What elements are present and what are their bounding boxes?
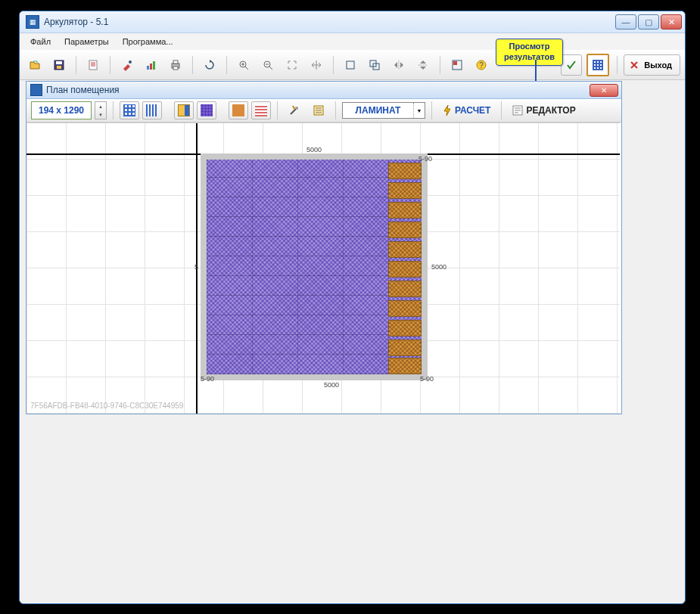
main-window: ▦ Аркулятор - 5.1 — ▢ ✕ Файл Параметры П… (19, 11, 686, 604)
pattern-orange[interactable] (229, 101, 248, 119)
help-icon[interactable]: ? (471, 54, 492, 76)
minimize-button[interactable]: — (615, 14, 636, 29)
rotate-icon[interactable] (199, 54, 220, 76)
material-select[interactable]: ЛАМИНАТ ▼ (342, 102, 425, 119)
dim-tr: 5-90 (418, 155, 432, 163)
view-results-button[interactable] (586, 54, 609, 76)
offcut (388, 202, 422, 219)
menu-bar: Файл Параметры Программа... (20, 33, 685, 50)
svg-rect-9 (173, 60, 178, 64)
offcut (388, 300, 422, 317)
watermark: 7F56AFDB-FB48-4010-9746-C8C30E744959 (30, 402, 183, 410)
offcut (388, 261, 422, 278)
menu-parameters[interactable]: Параметры (58, 36, 115, 48)
plan-viewport[interactable]: 5000 5000 5000 5 5-90 5-90 5-90 7F56AFDB… (26, 122, 620, 414)
lightning-icon (443, 104, 452, 116)
svg-rect-5 (147, 66, 149, 70)
dim-br: 5-90 (420, 375, 434, 383)
calculate-button[interactable]: РАСЧЕТ (438, 102, 495, 119)
save-icon[interactable] (48, 54, 70, 76)
plan-toolbar: 194 x 1290 ▲▼ ЛАМИНАТ ▼ (26, 99, 621, 122)
dropdown-icon: ▼ (413, 103, 425, 118)
offcut (388, 358, 422, 374)
svg-rect-17 (453, 61, 457, 65)
fit-icon[interactable] (282, 54, 303, 76)
room-outline[interactable] (201, 154, 428, 380)
menu-program[interactable]: Программа... (117, 36, 179, 48)
svg-point-4 (129, 60, 132, 64)
dim-bottom: 5000 (324, 381, 339, 389)
zoom-in-icon[interactable] (233, 54, 254, 76)
offcut (388, 340, 422, 356)
app-icon: ▦ (26, 15, 39, 29)
editor-button[interactable]: РЕДАКТОР (508, 102, 580, 119)
document-icon[interactable] (82, 54, 104, 76)
window-title: Аркулятор - 5.1 (44, 17, 615, 27)
svg-rect-13 (347, 61, 354, 69)
dim-top: 5000 (306, 146, 322, 154)
calculate-label: РАСЧЕТ (455, 105, 490, 116)
material-label: ЛАМИНАТ (343, 105, 413, 116)
tool-icon[interactable] (117, 54, 138, 76)
plan-icon (30, 84, 42, 96)
plan-close-button[interactable]: ✕ (590, 84, 618, 97)
svg-rect-1 (56, 61, 62, 64)
svg-point-20 (295, 107, 298, 110)
offcut (388, 222, 422, 238)
plan-title: План помещения (46, 85, 590, 95)
main-toolbar: ? Выход (20, 50, 685, 80)
layout-icon[interactable] (446, 54, 468, 76)
dim-right: 5000 (431, 263, 446, 271)
svg-rect-2 (57, 66, 61, 69)
chart-icon[interactable] (141, 54, 162, 76)
close-button[interactable]: ✕ (661, 14, 682, 29)
print-icon[interactable] (165, 54, 186, 76)
list-icon[interactable] (308, 100, 329, 121)
menu-file[interactable]: Файл (24, 36, 57, 48)
apply-icon[interactable] (561, 54, 582, 76)
pattern-yellow[interactable] (174, 101, 194, 119)
titlebar[interactable]: ▦ Аркулятор - 5.1 — ▢ ✕ (20, 11, 685, 33)
pattern-grid-blue[interactable] (120, 101, 139, 119)
flip-h-icon[interactable] (388, 54, 409, 76)
plank-size-spinner[interactable]: ▲▼ (95, 101, 107, 119)
offcut (388, 320, 422, 336)
plan-window: План помещения ✕ 194 x 1290 ▲▼ (26, 81, 622, 414)
offcut (388, 241, 422, 258)
plan-titlebar[interactable]: План помещения ✕ (26, 82, 621, 99)
editor-label: РЕДАКТОР (526, 105, 575, 116)
exit-label: Выход (644, 60, 672, 70)
flip-v-icon[interactable] (412, 54, 434, 76)
svg-text:?: ? (479, 61, 484, 70)
exit-icon (629, 60, 639, 70)
dim-left: 5 (194, 263, 198, 271)
pattern-stripes-blue[interactable] (142, 101, 162, 119)
zoom-out-icon[interactable] (257, 54, 278, 76)
offcut (388, 163, 422, 179)
tooltip-view-results: Просмотррезультатов (496, 39, 563, 66)
rect2-icon[interactable] (364, 54, 385, 76)
tools-icon[interactable] (284, 100, 305, 121)
svg-rect-7 (153, 61, 155, 70)
pattern-purple-grid[interactable] (197, 101, 216, 119)
plank-size-field[interactable]: 194 x 1290 (31, 101, 92, 119)
offcut (388, 281, 422, 297)
dim-bl: 5-90 (201, 375, 214, 383)
rect-icon[interactable] (340, 54, 361, 76)
pan-icon[interactable] (306, 54, 327, 76)
svg-rect-10 (173, 67, 178, 70)
open-icon[interactable] (24, 54, 45, 76)
offcut (388, 182, 422, 199)
pattern-pink-lines[interactable] (251, 101, 271, 119)
svg-rect-3 (89, 60, 97, 70)
svg-rect-6 (150, 64, 152, 70)
maximize-button[interactable]: ▢ (638, 14, 659, 29)
exit-button[interactable]: Выход (624, 54, 680, 76)
editor-icon (512, 105, 523, 116)
